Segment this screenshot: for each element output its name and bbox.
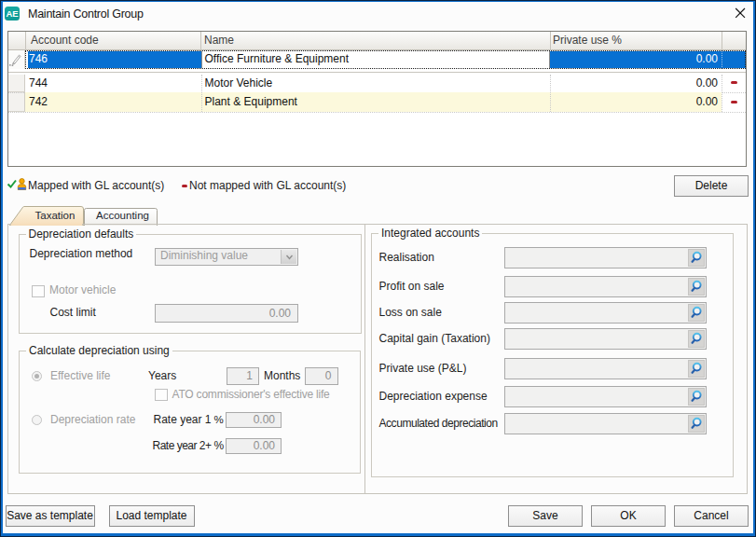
svg-text:Accounting: Accounting	[96, 210, 149, 221]
svg-text:Taxation: Taxation	[35, 210, 76, 221]
